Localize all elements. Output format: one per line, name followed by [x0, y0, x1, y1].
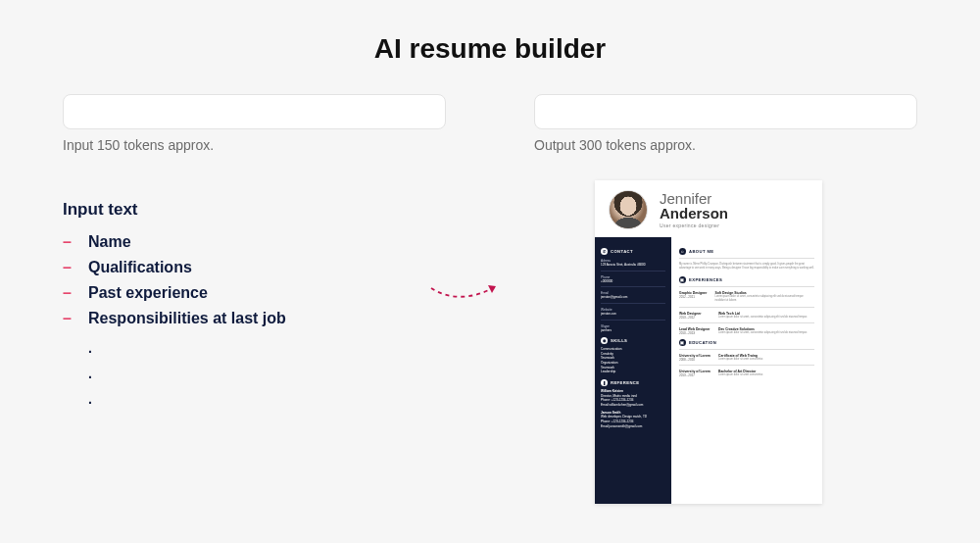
svg-marker-0 [488, 285, 496, 293]
arrow-icon [429, 278, 508, 310]
value: jenston@gmail.com [601, 295, 665, 300]
input-field[interactable] [63, 94, 446, 129]
bookmark-icon: ❚ [601, 379, 608, 386]
output-column: Output 300 tokens approx. Jennifer Ander… [534, 94, 917, 504]
resume-sidebar: ✆CONTACT Adress 129 Avocia Stret, Austra… [595, 237, 671, 504]
skill-item: Leadership [601, 370, 665, 374]
value: +000000 [601, 279, 665, 284]
dash-icon: – [63, 233, 74, 251]
resume-name: Jennifer Anderson [660, 191, 728, 221]
sub-dot: . [88, 361, 446, 386]
experience-entry: Lead Web Designer2010 - 2013 Dev Creativ… [679, 327, 814, 335]
bullet-item: –Responsibilities at last job [63, 310, 446, 327]
value: 129 Avocia Stret, Australia 46000 [601, 263, 665, 268]
value: jamhers [601, 328, 665, 333]
bullet-label: Name [88, 233, 131, 251]
dash-icon: – [63, 310, 74, 327]
bullet-item: –Name [63, 233, 446, 251]
resume-preview: Jennifer Anderson User experince designe… [595, 180, 822, 504]
output-field[interactable] [534, 94, 917, 129]
sub-dot: . [88, 335, 446, 361]
bullet-label: Qualifications [88, 259, 192, 276]
output-caption: Output 300 tokens approx. [534, 137, 917, 153]
sub-dot: . [88, 386, 446, 412]
experience-entry: Web Designer2013 - 2012 Web Tech LtdLore… [679, 312, 814, 320]
avatar [609, 190, 648, 229]
graduation-icon: ▣ [679, 339, 686, 346]
target-icon: ◉ [601, 337, 608, 344]
education-section-title: ▣EDUCATION [679, 339, 814, 346]
about-body: My name is Glenn Phillip Crampon. Distin… [679, 263, 814, 271]
briefcase-icon: ▣ [679, 276, 686, 283]
label: Skype [601, 324, 610, 328]
bullet-label: Past experience [88, 284, 208, 302]
bullet-item: –Qualifications [63, 259, 446, 276]
education-entry: University of Lorem2013 - 2017 Bachelor … [679, 370, 814, 377]
last-name: Anderson [660, 205, 728, 222]
experiences-section-title: ▣EXPERIENCES [679, 276, 814, 283]
contact-section-title: ✆CONTACT [601, 248, 665, 255]
bullet-label: Responsibilities at last job [88, 310, 286, 327]
resume-main: ☺ABOUT ME My name is Glenn Phillip Cramp… [671, 237, 822, 504]
page-title: AI resume builder [0, 33, 980, 65]
education-entry: University of Lorem2008 - 2010 Certifica… [679, 354, 814, 362]
skills-section-title: ◉SKILLS [601, 337, 665, 344]
input-caption: Input 150 tokens approx. [63, 137, 446, 153]
experience-entry: Graphic Designer2012 - 2011 Soft Design … [679, 291, 814, 303]
resume-role: User experince designer [660, 222, 728, 228]
input-column: Input 150 tokens approx. Input text –Nam… [63, 94, 446, 504]
dash-icon: – [63, 284, 74, 302]
input-heading: Input text [63, 200, 446, 220]
user-icon: ☺ [679, 248, 686, 255]
user-icon: ✆ [601, 248, 608, 255]
dash-icon: – [63, 259, 74, 276]
reference-section-title: ❚REFERENCE [601, 379, 665, 386]
ref-email: Email jansonsmith@gmail.com [601, 424, 665, 429]
value: jenston.con [601, 312, 665, 317]
sub-dots: . . . [88, 335, 446, 412]
about-section-title: ☺ABOUT ME [679, 248, 814, 255]
bullet-item: –Past experience [63, 284, 446, 302]
